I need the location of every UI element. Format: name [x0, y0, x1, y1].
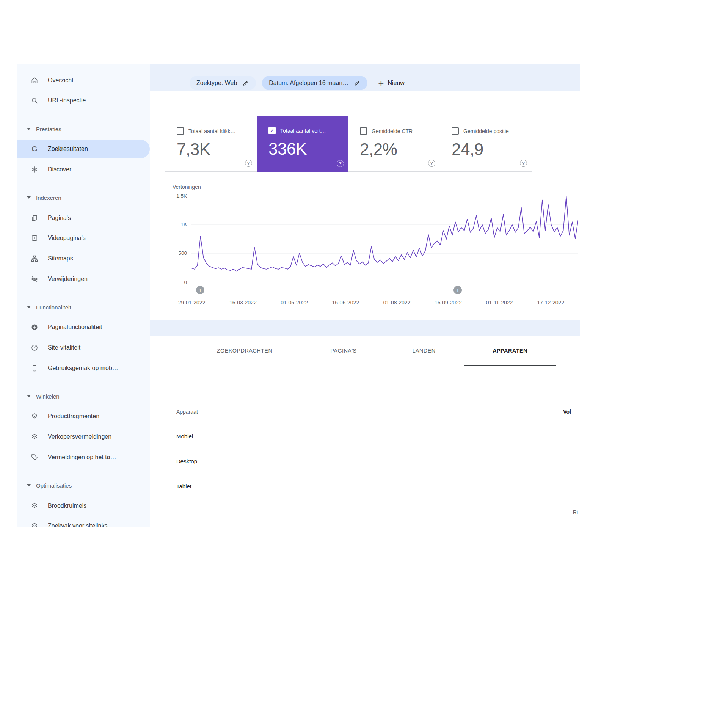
- background-band: [150, 320, 580, 336]
- sidebar-item-verwijderingen[interactable]: Verwijderingen: [17, 270, 150, 288]
- tag-icon: [31, 453, 38, 461]
- sidebar-section-winkelen[interactable]: Winkelen: [17, 389, 150, 404]
- search-icon: [31, 97, 38, 104]
- axis-annotation-marker[interactable]: 1: [196, 286, 204, 294]
- eye-off-icon: [31, 275, 38, 283]
- sidebar-section-indexeren[interactable]: Indexeren: [17, 190, 150, 205]
- new-filter-button[interactable]: + Nieuw: [378, 78, 405, 88]
- checkbox-unchecked-icon[interactable]: [177, 127, 184, 135]
- checkbox-checked-icon[interactable]: ✓: [268, 127, 276, 134]
- axis-annotation-marker[interactable]: 1: [453, 286, 462, 294]
- chevron-down-icon: [27, 128, 31, 130]
- sidebar-item-site-vitaliteit[interactable]: Site-vitaliteit: [17, 339, 150, 357]
- x-axis-label: 29-01-2022: [166, 300, 217, 306]
- metric-cards: Totaal aantal klikk… 7,3K ? ✓ Totaal aan…: [165, 116, 532, 172]
- metric-card-average-position[interactable]: Gemiddelde positie 24,9 ?: [440, 116, 532, 171]
- sidebar-item-label: URL-inspectie: [48, 97, 86, 104]
- sidebar-item-label: Zoekvak voor sitelinks: [48, 522, 107, 527]
- chevron-down-icon: [27, 306, 31, 308]
- x-axis-label: 01-08-2022: [371, 300, 422, 306]
- plus-icon: +: [378, 78, 384, 88]
- discover-asterisk-icon: [31, 166, 38, 173]
- checkbox-unchecked-icon[interactable]: [452, 127, 459, 135]
- impressions-line-chart: [191, 196, 578, 282]
- sidebar-item-broodkruimels[interactable]: Broodkruimels: [17, 497, 150, 515]
- column-header-apparaat[interactable]: Apparaat: [176, 409, 198, 415]
- checkbox-unchecked-icon[interactable]: [360, 127, 367, 135]
- date-range-chip[interactable]: Datum: Afgelopen 16 maan…: [262, 76, 367, 90]
- edit-pencil-icon: [242, 80, 249, 86]
- metric-card-total-clicks[interactable]: Totaal aantal klikk… 7,3K ?: [165, 116, 257, 171]
- section-label: Indexeren: [36, 195, 61, 201]
- gauge-icon: [31, 344, 38, 351]
- sidebar-item-label: Verwijderingen: [48, 276, 88, 282]
- sidebar-item-overzicht[interactable]: Overzicht: [17, 71, 150, 89]
- active-tab-underline: [464, 365, 556, 366]
- sidebar-item-vermeldingen-tabblad[interactable]: Vermeldingen op het ta…: [17, 448, 150, 466]
- x-axis-label: 16-03-2022: [217, 300, 268, 306]
- sidebar-item-paginafunctionaliteit[interactable]: Paginafunctionaliteit: [17, 318, 150, 336]
- sidebar-item-label: Verkopersvermeldingen: [48, 433, 111, 440]
- sidebar-divider: [23, 386, 144, 386]
- sidebar-item-productfragmenten[interactable]: Productfragmenten: [17, 407, 150, 425]
- help-icon[interactable]: ?: [428, 160, 435, 167]
- table-row-tablet[interactable]: Tablet: [165, 474, 580, 499]
- sidebar-section-prestaties[interactable]: Prestaties: [17, 121, 150, 136]
- layers-icon: [31, 433, 38, 441]
- tab-paginas[interactable]: PAGINA'S: [330, 336, 356, 366]
- metric-value: 2,2%: [360, 140, 440, 159]
- metric-card-average-ctr[interactable]: Gemiddelde CTR 2,2% ?: [348, 116, 440, 171]
- new-filter-label: Nieuw: [388, 80, 404, 86]
- metric-value: 7,3K: [177, 140, 257, 159]
- sidebar-item-label: Vermeldingen op het ta…: [48, 454, 116, 461]
- sidebar-item-zoekresultaten[interactable]: G Zoekresultaten: [17, 140, 150, 158]
- dimension-tabs: ZOEKOPDRACHTEN PAGINA'S LANDEN APPARATEN: [165, 336, 580, 366]
- help-icon[interactable]: ?: [520, 160, 527, 167]
- x-axis-label: 01-05-2022: [269, 300, 320, 306]
- table-header-row: Apparaat Vol: [165, 400, 580, 424]
- sitemap-icon: [31, 255, 38, 262]
- sidebar-item-label: Sitemaps: [48, 255, 73, 262]
- help-icon[interactable]: ?: [337, 160, 344, 167]
- help-icon[interactable]: ?: [245, 160, 252, 167]
- table-row-desktop[interactable]: Desktop: [165, 449, 580, 474]
- search-console-app: Overzicht URL-inspectie Prestaties G Zoe…: [17, 64, 580, 527]
- sidebar-item-gebruiksgemak-mobiel[interactable]: Gebruiksgemak op mob…: [17, 359, 150, 377]
- tab-apparaten[interactable]: APPARATEN: [493, 336, 527, 366]
- impressions-series-line: [191, 196, 578, 271]
- dimensions-card: ZOEKOPDRACHTEN PAGINA'S LANDEN APPARATEN…: [165, 336, 580, 527]
- edit-pencil-icon: [354, 80, 361, 86]
- section-label: Prestaties: [36, 126, 61, 132]
- chevron-down-icon: [27, 196, 31, 199]
- sidebar-section-optimalisaties[interactable]: Optimalisaties: [17, 478, 150, 493]
- sidebar-item-videopaginas[interactable]: Videopagina's: [17, 229, 150, 247]
- sidebar-item-label: Videopagina's: [48, 235, 86, 242]
- layers-icon: [31, 522, 38, 527]
- sidebar-item-label: Broodkruimels: [48, 502, 86, 509]
- add-circle-icon: [31, 323, 38, 331]
- sidebar-item-discover[interactable]: Discover: [17, 160, 150, 179]
- section-label: Winkelen: [36, 393, 60, 400]
- sidebar-divider: [23, 475, 144, 475]
- tab-landen[interactable]: LANDEN: [412, 336, 435, 366]
- metric-value: 336K: [268, 140, 348, 158]
- home-icon: [31, 77, 38, 84]
- sidebar-item-paginas[interactable]: Pagina's: [17, 209, 150, 227]
- chart-plot-area: [191, 196, 578, 282]
- table-row-mobiel[interactable]: Mobiel: [165, 424, 580, 449]
- search-type-chip-label: Zoektype: Web: [196, 80, 237, 86]
- layers-icon: [31, 413, 38, 420]
- sidebar-item-label: Overzicht: [48, 77, 74, 84]
- sidebar-item-verkopersvermeldingen[interactable]: Verkopersvermeldingen: [17, 428, 150, 446]
- sidebar-item-sitemaps[interactable]: Sitemaps: [17, 249, 150, 268]
- tab-zoekopdrachten[interactable]: ZOEKOPDRACHTEN: [217, 336, 273, 366]
- y-axis-label: 1,5K: [165, 193, 187, 199]
- metric-card-total-impressions[interactable]: ✓ Totaal aantal vert… 336K ?: [257, 116, 348, 172]
- sidebar-item-label: Site-vitaliteit: [48, 344, 80, 351]
- sidebar-item-zoekvak-sitelinks[interactable]: Zoekvak voor sitelinks: [17, 517, 150, 527]
- search-type-chip[interactable]: Zoektype: Web: [190, 76, 256, 90]
- sidebar-section-functionaliteit[interactable]: Functionaliteit: [17, 300, 150, 315]
- sidebar-item-url-inspectie[interactable]: URL-inspectie: [17, 91, 150, 110]
- sidebar-item-label: Paginafunctionaliteit: [48, 324, 102, 331]
- column-header-truncated[interactable]: Vol: [563, 409, 571, 415]
